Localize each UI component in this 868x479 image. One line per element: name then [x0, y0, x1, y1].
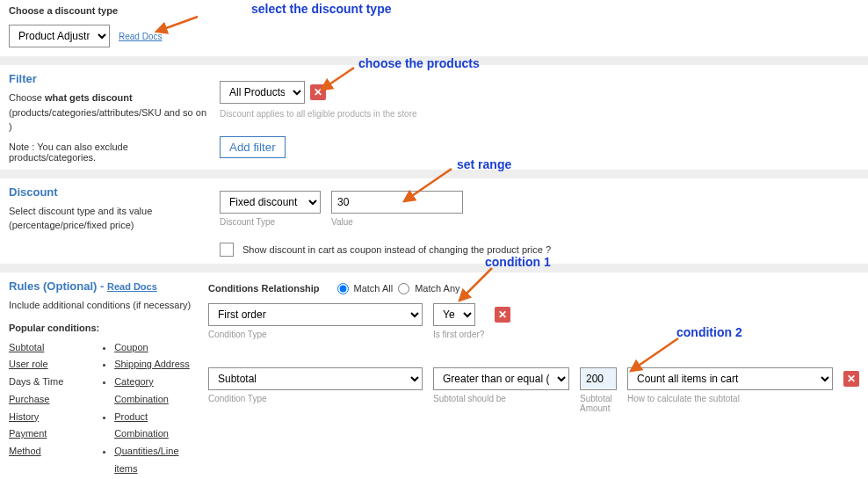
filter-section: Filter Choose what gets discount (produc…: [0, 65, 868, 170]
discount-type-under-label: Discount Type: [220, 217, 321, 227]
cond1-value-label: Is first order?: [433, 330, 484, 339]
link-subtotal[interactable]: Subtotal: [9, 342, 44, 352]
remove-cond2-icon[interactable]: ✕: [843, 371, 859, 387]
link-shipping-address[interactable]: Shipping Address: [114, 359, 190, 369]
cond2-type-label: Condition Type: [208, 394, 423, 403]
match-any-radio[interactable]: [398, 283, 409, 294]
rules-desc: Include additional conditions (if necess…: [9, 298, 199, 313]
discount-type-section: Choose a discount type Product Adjustmen…: [0, 0, 868, 56]
cond2-calc-select[interactable]: Count all items in cart: [627, 367, 833, 390]
discount-value-input[interactable]: [331, 191, 463, 214]
cond2-type-select[interactable]: Subtotal: [208, 367, 423, 390]
rules-section: Rules (Optional) - Read Docs Include add…: [0, 272, 868, 480]
cond1-value-select[interactable]: Yes: [433, 303, 475, 326]
cond2-amount-label: Subtotal Amount: [580, 394, 617, 413]
add-filter-button[interactable]: Add filter: [220, 136, 286, 158]
link-category-combination[interactable]: Category Combination: [114, 376, 169, 404]
link-purchase-history[interactable]: Purchase History: [9, 394, 49, 422]
match-all-label: Match All: [354, 283, 394, 294]
link-quantities[interactable]: Quantities/Line items: [114, 446, 178, 474]
discount-type-label: Choose a discount type: [0, 0, 868, 16]
filter-desc-1: Choose what gets discount: [9, 91, 211, 105]
link-user-role[interactable]: User role: [9, 359, 48, 369]
cond2-amount-input[interactable]: [580, 367, 617, 390]
show-as-coupon-label: Show discount in cart as coupon instead …: [242, 244, 551, 255]
cond2-operator-label: Subtotal should be: [433, 394, 569, 403]
filter-products-select[interactable]: All Products: [220, 81, 305, 104]
remove-filter-icon[interactable]: ✕: [310, 84, 326, 100]
read-docs-link[interactable]: Read Docs: [119, 32, 162, 41]
discount-desc-2: (percentage/price/fixed price): [9, 218, 211, 233]
link-product-combination[interactable]: Product Combination: [114, 411, 169, 439]
link-payment-method[interactable]: Payment Method: [9, 428, 47, 456]
cond2-operator-select[interactable]: Greater than or equal ( >= ): [433, 367, 569, 390]
discount-desc-1: Select discount type and its value: [9, 204, 211, 219]
filter-heading: Filter: [9, 72, 211, 85]
discount-heading: Discount: [9, 185, 211, 199]
cond1-type-select[interactable]: First order: [208, 303, 423, 326]
filter-helper: Discount applies to all eligible product…: [220, 109, 859, 119]
filter-desc-2: (products/categories/attributes/SKU and …: [9, 105, 211, 134]
conditions-relationship-label: Conditions Relationship: [208, 283, 320, 294]
cond2-calc-label: How to calculate the subtotal: [627, 394, 833, 403]
cond1-type-label: Condition Type: [208, 330, 423, 339]
link-coupon[interactable]: Coupon: [114, 342, 148, 352]
match-all-radio[interactable]: [337, 283, 349, 294]
popular-conditions-label: Popular conditions:: [9, 321, 199, 336]
discount-type-select[interactable]: Product Adjustment: [9, 25, 110, 47]
filter-note: Note : You can also exclude products/cat…: [9, 142, 211, 163]
text-days-time: Days & Time: [9, 376, 63, 387]
rules-read-docs-link[interactable]: Read Docs: [107, 281, 157, 292]
rules-heading: Rules (Optional) - Read Docs: [9, 279, 199, 293]
match-any-label: Match Any: [415, 283, 459, 294]
discount-type-value-select[interactable]: Fixed discount: [220, 191, 321, 214]
discount-value-under-label: Value: [331, 217, 463, 227]
discount-section: Discount Select discount type and its va…: [0, 178, 868, 264]
show-as-coupon-checkbox[interactable]: [220, 243, 234, 257]
remove-cond1-icon[interactable]: ✕: [495, 307, 510, 323]
